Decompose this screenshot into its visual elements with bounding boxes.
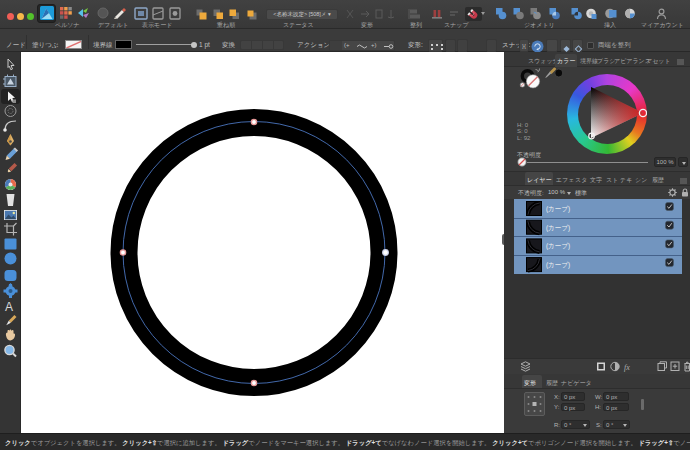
- svg-text:A: A: [5, 300, 13, 314]
- svg-text:fx: fx: [624, 363, 630, 372]
